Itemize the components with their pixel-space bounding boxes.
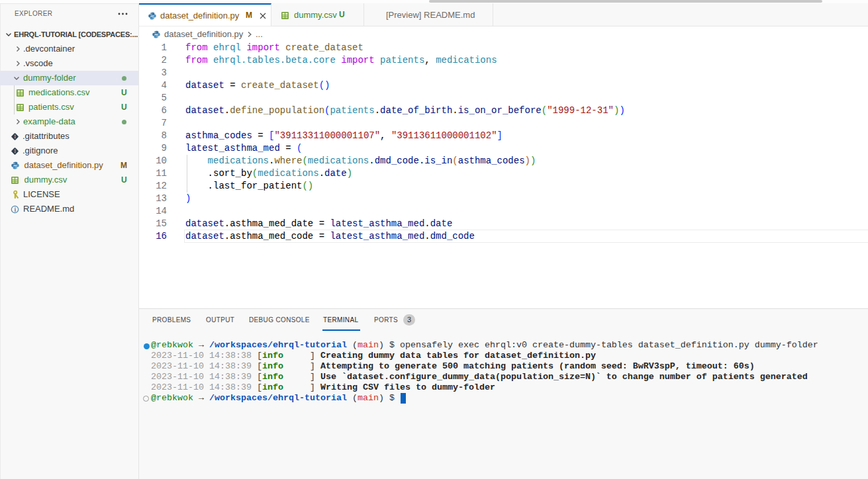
svg-text:i: i (14, 206, 16, 213)
